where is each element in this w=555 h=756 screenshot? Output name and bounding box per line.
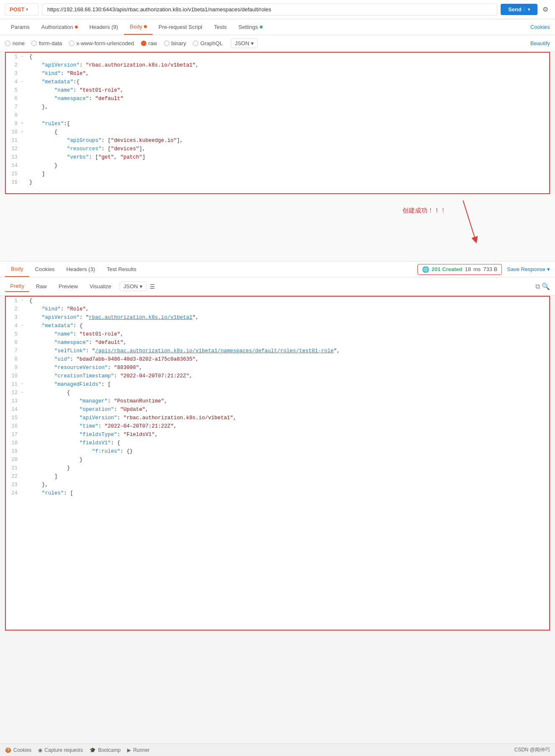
table-row: 12 "resources": ["devices"], — [6, 145, 549, 153]
table-row: 6 "namespace": "default" — [6, 95, 549, 103]
table-row: 18 "fieldsV1": { — [6, 439, 549, 447]
table-row: 2 "kind": "Role", — [6, 305, 549, 313]
response-tab-body[interactable]: Body — [5, 261, 29, 277]
bottom-bar: 🍪 Cookies ◉ Capture requests 🎓 Bootcamp … — [0, 743, 555, 756]
radio-formdata-icon — [31, 41, 37, 46]
request-body-editor[interactable]: 1−{2 "apiVersion": "rbac.authorization.k… — [5, 52, 550, 194]
table-row: 11− "managedFields": [ — [6, 380, 549, 389]
resp-tab-visualize[interactable]: Visualize — [84, 281, 116, 292]
tab-prerequest[interactable]: Pre-request Script — [153, 20, 208, 34]
resp-tab-preview[interactable]: Preview — [54, 281, 83, 292]
response-format-row: Pretty Raw Preview Visualize JSON ▾ ☰ ⧉ … — [0, 277, 555, 296]
response-tabs: Body Cookies Headers (3) Test Results 🌐 … — [0, 261, 555, 277]
cookie-icon: 🍪 — [5, 747, 11, 753]
table-row: 23 }, — [6, 481, 549, 489]
bootcamp-icon: 🎓 — [90, 747, 96, 753]
radio-raw-icon — [141, 41, 146, 46]
table-row: 14 } — [6, 161, 549, 170]
status-badge-area: 🌐 201 Created 18 ms 733 B Save Response … — [417, 264, 550, 275]
table-row: 2 "apiVersion": "rbac.authorization.k8s.… — [6, 61, 549, 69]
bottom-runner[interactable]: ▶ Runner — [127, 747, 149, 753]
body-dot — [144, 25, 147, 28]
resp-tab-raw[interactable]: Raw — [31, 281, 52, 292]
format-formdata[interactable]: form-data — [31, 40, 62, 46]
annotation-arrow — [438, 198, 488, 249]
radio-graphql-icon — [193, 41, 198, 46]
bottom-bootcamp[interactable]: 🎓 Bootcamp — [90, 747, 120, 753]
table-row: 5 "name": "test01-role", — [6, 330, 549, 338]
runner-icon: ▶ — [127, 747, 131, 753]
table-row: 1−{ — [6, 297, 549, 305]
request-tabs: Params Authorization Headers (9) Body Pr… — [0, 19, 555, 35]
cookies-link[interactable]: Cookies — [530, 20, 550, 34]
radio-urlencoded-icon — [69, 41, 74, 46]
tab-tests[interactable]: Tests — [208, 20, 233, 34]
authorization-dot — [75, 26, 78, 28]
table-row: 3 "apiVersion": "rbac.authorization.k8s.… — [6, 313, 549, 322]
table-row: 1−{ — [6, 53, 549, 61]
response-json-select[interactable]: JSON ▾ — [120, 282, 146, 291]
wrap-icon[interactable]: ☰ — [150, 283, 155, 290]
table-row: 4− "metadata": { — [6, 322, 549, 330]
tab-headers[interactable]: Headers (9) — [84, 20, 124, 34]
status-badge: 🌐 201 Created 18 ms 733 B — [417, 264, 502, 275]
table-row: 8 "uid": "bdad7abb-9486-40d3-8202-a175c0… — [6, 355, 549, 364]
format-binary[interactable]: binary — [164, 40, 186, 46]
table-row: 7 }, — [6, 103, 549, 111]
table-row: 8 — [6, 111, 549, 120]
status-unit: ms — [473, 266, 481, 272]
annotation-area: 创建成功！！！ — [0, 194, 555, 261]
table-row: 13 "verbs": ["get", "patch"] — [6, 153, 549, 161]
status-code: 201 Created — [432, 266, 463, 272]
response-tab-headers[interactable]: Headers (3) — [61, 262, 101, 277]
send-chevron-icon: ▾ — [524, 7, 530, 12]
table-row: 12− { — [6, 389, 549, 397]
tab-authorization[interactable]: Authorization — [36, 20, 84, 34]
table-row: 21 } — [6, 464, 549, 472]
copy-button[interactable]: ⧉ — [535, 283, 540, 290]
beautify-button[interactable]: Beautify — [530, 40, 550, 46]
response-json-chevron-icon: ▾ — [140, 283, 143, 290]
response-body-editor[interactable]: 1−{2 "kind": "Role",3 "apiVersion": "rba… — [5, 296, 550, 630]
globe-icon: 🌐 — [422, 266, 429, 273]
format-graphql[interactable]: GraphQL — [193, 40, 223, 46]
response-tab-testresults[interactable]: Test Results — [101, 262, 142, 277]
format-none[interactable]: none — [5, 40, 25, 46]
table-row: 11 "apiGroups": ["devices.kubeedge.io"], — [6, 136, 549, 145]
method-select[interactable]: POST ▾ — [5, 3, 38, 15]
url-input[interactable] — [42, 3, 497, 15]
send-button[interactable]: Body Send ▾ — [501, 4, 537, 15]
tab-params[interactable]: Params — [5, 20, 36, 34]
settings-icon[interactable]: ⚙ — [541, 4, 550, 15]
format-urlencoded[interactable]: x-www-form-urlencoded — [69, 40, 134, 46]
search-button[interactable]: 🔍 — [542, 282, 550, 290]
table-row: 15 ] — [6, 170, 549, 178]
method-chevron-icon: ▾ — [26, 7, 28, 12]
capture-icon: ◉ — [38, 747, 42, 753]
table-row: 16} — [6, 178, 549, 187]
table-row: 15 "apiVersion": "rbac.authorization.k8s… — [6, 414, 549, 422]
bottom-capture[interactable]: ◉ Capture requests — [38, 747, 83, 753]
save-response-button[interactable]: Save Response ▾ — [507, 266, 550, 272]
table-row: 22 ] — [6, 472, 549, 481]
table-row: 6 "namespace": "default", — [6, 338, 549, 347]
bottom-cookies[interactable]: 🍪 Cookies — [5, 747, 31, 753]
tab-body[interactable]: Body — [124, 19, 153, 35]
format-raw[interactable]: raw — [141, 40, 157, 46]
table-row: 10 "creationTimestamp": "2022-04-20T07:2… — [6, 372, 549, 380]
table-row: 14 "operation": "Update", — [6, 405, 549, 414]
table-row: 17 "fieldsType": "FieldsV1", — [6, 431, 549, 439]
settings-dot — [260, 26, 263, 28]
table-row: 4− "metadata":{ — [6, 78, 549, 86]
url-bar: POST ▾ Body Send ▾ ⚙ — [0, 0, 555, 19]
status-size: 733 B — [483, 266, 497, 272]
json-format-select[interactable]: JSON ▾ — [231, 38, 258, 48]
tab-settings[interactable]: Settings — [233, 20, 269, 34]
table-row: 19 "f:rules": {} — [6, 447, 549, 456]
table-row: 16 "time": "2022-04-20T07:21:22Z", — [6, 422, 549, 431]
table-row: 3 "kind": "Role", — [6, 69, 549, 78]
table-row: 9 "resourceVersion": "883098", — [6, 364, 549, 372]
table-row: 5 "name": "test01-role", — [6, 86, 549, 95]
response-tab-cookies[interactable]: Cookies — [29, 262, 61, 277]
resp-tab-pretty[interactable]: Pretty — [5, 281, 29, 292]
